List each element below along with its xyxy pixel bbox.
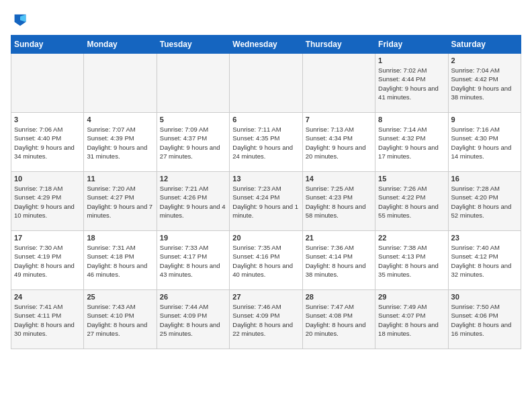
day-number: 12 [160,175,226,183]
day-info: Sunrise: 7:18 AM Sunset: 4:29 PM Dayligh… [14,184,81,220]
calendar-cell: 6Sunrise: 7:11 AM Sunset: 4:35 PM Daylig… [230,113,302,172]
day-info: Sunrise: 7:41 AM Sunset: 4:11 PM Dayligh… [14,302,81,338]
calendar-cell [84,54,157,113]
calendar-cell [230,54,302,113]
day-number: 2 [451,56,518,64]
day-number: 19 [160,234,226,242]
calendar-cell: 2Sunrise: 7:04 AM Sunset: 4:42 PM Daylig… [448,54,521,113]
day-info: Sunrise: 7:21 AM Sunset: 4:26 PM Dayligh… [160,184,226,220]
day-number: 30 [451,293,518,301]
day-number: 10 [14,175,81,183]
day-info: Sunrise: 7:25 AM Sunset: 4:23 PM Dayligh… [306,184,372,220]
calendar-cell: 30Sunrise: 7:50 AM Sunset: 4:06 PM Dayli… [448,290,521,349]
calendar-cell: 8Sunrise: 7:14 AM Sunset: 4:32 PM Daylig… [375,113,448,172]
calendar-cell: 22Sunrise: 7:38 AM Sunset: 4:13 PM Dayli… [375,231,448,290]
calendar-cell: 20Sunrise: 7:35 AM Sunset: 4:16 PM Dayli… [230,231,302,290]
calendar-cell: 26Sunrise: 7:44 AM Sunset: 4:09 PM Dayli… [157,290,229,349]
day-info: Sunrise: 7:30 AM Sunset: 4:19 PM Dayligh… [14,243,81,279]
day-number: 14 [306,175,372,183]
day-info: Sunrise: 7:09 AM Sunset: 4:37 PM Dayligh… [160,125,226,161]
calendar-cell: 29Sunrise: 7:49 AM Sunset: 4:07 PM Dayli… [375,290,448,349]
day-number: 6 [232,116,299,124]
day-number: 17 [14,234,81,242]
day-info: Sunrise: 7:46 AM Sunset: 4:09 PM Dayligh… [232,302,299,338]
calendar-cell: 1Sunrise: 7:02 AM Sunset: 4:44 PM Daylig… [375,54,448,113]
day-number: 7 [306,116,372,124]
day-number: 13 [232,175,299,183]
day-number: 4 [87,116,153,124]
day-number: 8 [378,116,445,124]
day-header-saturday: Saturday [448,36,521,54]
calendar-cell: 7Sunrise: 7:13 AM Sunset: 4:34 PM Daylig… [302,113,375,172]
day-number: 11 [87,175,153,183]
day-info: Sunrise: 7:38 AM Sunset: 4:13 PM Dayligh… [378,243,445,279]
day-info: Sunrise: 7:07 AM Sunset: 4:39 PM Dayligh… [87,125,153,161]
calendar-cell: 15Sunrise: 7:26 AM Sunset: 4:22 PM Dayli… [375,172,448,231]
day-info: Sunrise: 7:43 AM Sunset: 4:10 PM Dayligh… [87,302,153,338]
week-row-2: 3Sunrise: 7:06 AM Sunset: 4:40 PM Daylig… [11,113,521,172]
day-number: 9 [451,116,518,124]
day-info: Sunrise: 7:35 AM Sunset: 4:16 PM Dayligh… [232,243,299,279]
week-row-5: 24Sunrise: 7:41 AM Sunset: 4:11 PM Dayli… [11,290,521,349]
calendar-cell: 21Sunrise: 7:36 AM Sunset: 4:14 PM Dayli… [302,231,375,290]
day-number: 21 [306,234,372,242]
day-number: 27 [232,293,299,301]
day-info: Sunrise: 7:13 AM Sunset: 4:34 PM Dayligh… [306,125,372,161]
calendar-cell [302,54,375,113]
day-number: 22 [378,234,445,242]
day-info: Sunrise: 7:06 AM Sunset: 4:40 PM Dayligh… [14,125,81,161]
day-number: 28 [306,293,372,301]
day-number: 20 [232,234,299,242]
day-info: Sunrise: 7:23 AM Sunset: 4:24 PM Dayligh… [232,184,299,220]
calendar-cell: 23Sunrise: 7:40 AM Sunset: 4:12 PM Dayli… [448,231,521,290]
day-number: 26 [160,293,226,301]
day-header-monday: Monday [84,36,157,54]
calendar-cell: 11Sunrise: 7:20 AM Sunset: 4:27 PM Dayli… [84,172,157,231]
logo-icon [11,11,30,30]
calendar-cell: 13Sunrise: 7:23 AM Sunset: 4:24 PM Dayli… [230,172,302,231]
day-header-thursday: Thursday [302,36,375,54]
day-info: Sunrise: 7:26 AM Sunset: 4:22 PM Dayligh… [378,184,445,220]
day-info: Sunrise: 7:50 AM Sunset: 4:06 PM Dayligh… [451,302,518,338]
calendar-cell: 18Sunrise: 7:31 AM Sunset: 4:18 PM Dayli… [84,231,157,290]
calendar-cell [157,54,229,113]
day-number: 15 [378,175,445,183]
day-info: Sunrise: 7:14 AM Sunset: 4:32 PM Dayligh… [378,125,445,161]
header [11,11,521,30]
day-number: 25 [87,293,153,301]
days-header-row: SundayMondayTuesdayWednesdayThursdayFrid… [11,36,521,54]
calendar-cell: 25Sunrise: 7:43 AM Sunset: 4:10 PM Dayli… [84,290,157,349]
calendar-cell: 28Sunrise: 7:47 AM Sunset: 4:08 PM Dayli… [302,290,375,349]
day-number: 5 [160,116,226,124]
calendar-cell: 27Sunrise: 7:46 AM Sunset: 4:09 PM Dayli… [230,290,302,349]
calendar-cell: 3Sunrise: 7:06 AM Sunset: 4:40 PM Daylig… [11,113,84,172]
day-number: 23 [451,234,518,242]
calendar-table: SundayMondayTuesdayWednesdayThursdayFrid… [11,35,521,349]
day-header-friday: Friday [375,36,448,54]
day-info: Sunrise: 7:28 AM Sunset: 4:20 PM Dayligh… [451,184,518,220]
calendar-cell: 14Sunrise: 7:25 AM Sunset: 4:23 PM Dayli… [302,172,375,231]
calendar-cell: 16Sunrise: 7:28 AM Sunset: 4:20 PM Dayli… [448,172,521,231]
calendar-cell: 17Sunrise: 7:30 AM Sunset: 4:19 PM Dayli… [11,231,84,290]
day-number: 1 [378,56,445,64]
week-row-3: 10Sunrise: 7:18 AM Sunset: 4:29 PM Dayli… [11,172,521,231]
day-number: 24 [14,293,81,301]
calendar-cell: 5Sunrise: 7:09 AM Sunset: 4:37 PM Daylig… [157,113,229,172]
calendar-cell: 4Sunrise: 7:07 AM Sunset: 4:39 PM Daylig… [84,113,157,172]
day-info: Sunrise: 7:33 AM Sunset: 4:17 PM Dayligh… [160,243,226,279]
day-header-tuesday: Tuesday [157,36,229,54]
day-number: 16 [451,175,518,183]
week-row-1: 1Sunrise: 7:02 AM Sunset: 4:44 PM Daylig… [11,54,521,113]
calendar-cell [11,54,84,113]
day-info: Sunrise: 7:44 AM Sunset: 4:09 PM Dayligh… [160,302,226,338]
day-number: 18 [87,234,153,242]
day-info: Sunrise: 7:20 AM Sunset: 4:27 PM Dayligh… [87,184,153,220]
day-info: Sunrise: 7:02 AM Sunset: 4:44 PM Dayligh… [378,66,445,101]
day-info: Sunrise: 7:31 AM Sunset: 4:18 PM Dayligh… [87,243,153,279]
day-header-sunday: Sunday [11,36,84,54]
day-info: Sunrise: 7:11 AM Sunset: 4:35 PM Dayligh… [232,125,299,161]
calendar-cell: 12Sunrise: 7:21 AM Sunset: 4:26 PM Dayli… [157,172,229,231]
day-header-wednesday: Wednesday [230,36,302,54]
day-info: Sunrise: 7:40 AM Sunset: 4:12 PM Dayligh… [451,243,518,279]
logo [11,11,32,30]
